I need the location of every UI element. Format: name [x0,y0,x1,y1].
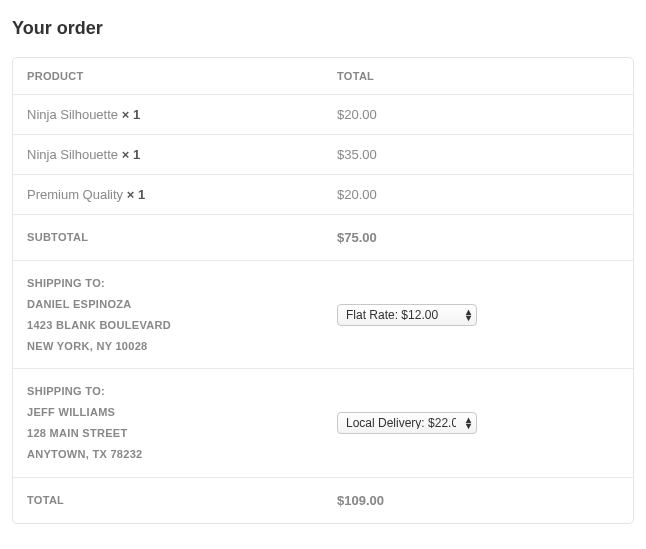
product-qty: × 1 [127,187,145,202]
shipping-address-line: DANIEL ESPINOZA [27,294,309,315]
product-total: $35.00 [323,135,633,175]
total-label: TOTAL [13,478,323,523]
subtotal-value: $75.00 [323,215,633,261]
product-total: $20.00 [323,175,633,215]
total-value: $109.00 [323,478,633,523]
shipping-method-select[interactable]: Local Delivery: $22.00 [337,412,477,434]
shipping-address-line: JEFF WILLIAMS [27,402,309,423]
shipping-to-label: SHIPPING TO: [27,273,309,294]
order-review-table: PRODUCT TOTAL Ninja Silhouette × 1 $20.0… [12,57,634,524]
product-name: Ninja Silhouette [27,107,118,122]
product-total: $20.00 [323,95,633,135]
column-header-product: PRODUCT [13,58,323,95]
shipping-to-label: SHIPPING TO: [27,381,309,402]
shipping-address-line: 1423 BLANK BOULEVARD [27,315,309,336]
shipping-address-line: 128 MAIN STREET [27,423,309,444]
product-name: Ninja Silhouette [27,147,118,162]
product-qty: × 1 [122,147,140,162]
product-qty: × 1 [122,107,140,122]
table-row: Ninja Silhouette × 1 $20.00 [13,95,633,135]
shipping-address-line: ANYTOWN, TX 78232 [27,444,309,465]
page-title: Your order [12,18,634,39]
shipping-address-line: NEW YORK, NY 10028 [27,336,309,357]
table-row: Ninja Silhouette × 1 $35.00 [13,135,633,175]
product-name: Premium Quality [27,187,123,202]
shipping-method-select[interactable]: Flat Rate: $12.00 [337,304,477,326]
subtotal-label: SUBTOTAL [13,215,323,261]
table-row: Premium Quality × 1 $20.00 [13,175,633,215]
column-header-total: TOTAL [323,58,633,95]
